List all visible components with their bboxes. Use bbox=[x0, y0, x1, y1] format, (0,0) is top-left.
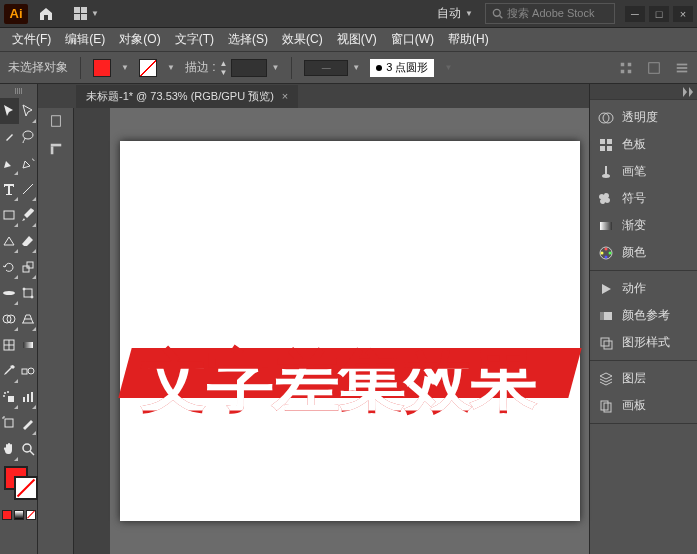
svg-rect-39 bbox=[51, 116, 60, 127]
blend-tool[interactable] bbox=[19, 358, 38, 384]
rotate-tool[interactable] bbox=[0, 254, 19, 280]
panel-brushes[interactable]: 画笔 bbox=[590, 158, 697, 185]
panel-gradient[interactable]: 渐变 bbox=[590, 212, 697, 239]
svg-rect-45 bbox=[607, 139, 612, 144]
panel-layers[interactable]: 图层 bbox=[590, 365, 697, 392]
slice-tool[interactable] bbox=[19, 410, 38, 436]
panel-color[interactable]: 颜色 bbox=[590, 239, 697, 266]
line-tool[interactable] bbox=[19, 176, 38, 202]
panel-actions[interactable]: 动作 bbox=[590, 275, 697, 302]
svg-rect-3 bbox=[628, 62, 632, 66]
svg-rect-40 bbox=[50, 144, 61, 147]
panel-collapse-button[interactable] bbox=[590, 84, 697, 100]
svg-rect-31 bbox=[23, 397, 25, 402]
menu-file[interactable]: 文件(F) bbox=[6, 28, 57, 51]
chevron-down-icon[interactable]: ▼ bbox=[121, 63, 129, 72]
graph-tool[interactable] bbox=[19, 384, 38, 410]
svg-point-0 bbox=[493, 9, 500, 16]
panel-symbols[interactable]: 符号 bbox=[590, 185, 697, 212]
svg-rect-16 bbox=[24, 289, 32, 297]
menu-icon[interactable] bbox=[675, 61, 689, 75]
svg-point-10 bbox=[23, 131, 33, 139]
selection-tool[interactable] bbox=[0, 98, 19, 124]
svg-point-18 bbox=[31, 296, 33, 298]
svg-rect-34 bbox=[5, 419, 13, 427]
doc-rulers-icon[interactable] bbox=[49, 142, 63, 156]
workspace-selector[interactable]: ▼ bbox=[68, 5, 105, 22]
panel-swatches[interactable]: 色板 bbox=[590, 131, 697, 158]
scale-tool[interactable] bbox=[19, 254, 38, 280]
search-input[interactable]: 搜索 Adobe Stock bbox=[485, 3, 615, 24]
menu-object[interactable]: 对象(O) bbox=[113, 28, 166, 51]
hand-tool[interactable] bbox=[0, 436, 19, 462]
eraser-tool[interactable] bbox=[19, 228, 38, 254]
menu-select[interactable]: 选择(S) bbox=[222, 28, 274, 51]
menu-effect[interactable]: 效果(C) bbox=[276, 28, 329, 51]
artboard[interactable]: 文字差集效果 文字差集效果 bbox=[120, 141, 580, 521]
fill-stroke-control[interactable] bbox=[0, 462, 37, 508]
rectangle-tool[interactable] bbox=[0, 202, 19, 228]
svg-rect-9 bbox=[677, 70, 688, 72]
free-transform-tool[interactable] bbox=[19, 280, 38, 306]
canvas[interactable]: 文字差集效果 文字差集效果 bbox=[110, 108, 589, 554]
menu-view[interactable]: 视图(V) bbox=[331, 28, 383, 51]
gradient-tool[interactable] bbox=[19, 332, 38, 358]
stroke-weight[interactable]: 描边 : ▲▼ ▼ bbox=[185, 59, 280, 77]
svg-rect-6 bbox=[649, 62, 660, 73]
svg-rect-27 bbox=[8, 396, 14, 402]
svg-point-51 bbox=[609, 251, 612, 254]
curvature-tool[interactable] bbox=[19, 150, 38, 176]
svg-point-17 bbox=[23, 288, 25, 290]
menu-type[interactable]: 文字(T) bbox=[169, 28, 220, 51]
svg-rect-48 bbox=[600, 222, 612, 230]
document-area: 未标题-1* @ 73.53% (RGB/GPU 预览) × 文字差集效果 文字… bbox=[38, 84, 589, 554]
width-tool[interactable] bbox=[0, 280, 19, 306]
panel-graphic-styles[interactable]: 图形样式 bbox=[590, 329, 697, 356]
minimize-button[interactable]: ─ bbox=[625, 6, 645, 22]
menu-edit[interactable]: 编辑(E) bbox=[59, 28, 111, 51]
home-icon[interactable] bbox=[34, 4, 58, 24]
menu-window[interactable]: 窗口(W) bbox=[385, 28, 440, 51]
transform-icon[interactable] bbox=[647, 61, 661, 75]
perspective-tool[interactable] bbox=[19, 306, 38, 332]
close-button[interactable]: × bbox=[673, 6, 693, 22]
svg-rect-12 bbox=[4, 211, 14, 219]
fill-color-swatch[interactable] bbox=[93, 59, 111, 77]
panel-transparency[interactable]: 透明度 bbox=[590, 104, 697, 131]
svg-rect-33 bbox=[31, 392, 33, 402]
pen-tool[interactable] bbox=[0, 150, 19, 176]
artboard-tool[interactable] bbox=[0, 410, 19, 436]
brush-profile[interactable]: — ▼ bbox=[304, 60, 360, 76]
shaper-tool[interactable] bbox=[0, 228, 19, 254]
symbol-sprayer-tool[interactable] bbox=[0, 384, 19, 410]
chevron-down-icon[interactable]: ▼ bbox=[444, 63, 452, 72]
document-tab[interactable]: 未标题-1* @ 73.53% (RGB/GPU 预览) × bbox=[76, 85, 298, 108]
close-icon[interactable]: × bbox=[282, 90, 288, 102]
svg-rect-44 bbox=[600, 139, 605, 144]
menu-bar: 文件(F) 编辑(E) 对象(O) 文字(T) 选择(S) 效果(C) 视图(V… bbox=[0, 28, 697, 52]
paintbrush-tool[interactable] bbox=[19, 202, 38, 228]
panel-color-guide[interactable]: 颜色参考 bbox=[590, 302, 697, 329]
menu-help[interactable]: 帮助(H) bbox=[442, 28, 495, 51]
color-mode-selector[interactable] bbox=[0, 508, 40, 522]
width-profile[interactable]: 3 点圆形 bbox=[370, 59, 434, 77]
tools-panel bbox=[0, 84, 38, 554]
type-tool[interactable] bbox=[0, 176, 19, 202]
stroke-color-swatch[interactable] bbox=[139, 59, 157, 77]
svg-rect-24 bbox=[23, 342, 33, 348]
doc-size-icon[interactable] bbox=[49, 114, 63, 128]
shape-builder-tool[interactable] bbox=[0, 306, 19, 332]
align-icon[interactable] bbox=[619, 61, 633, 75]
panel-artboards[interactable]: 画板 bbox=[590, 392, 697, 419]
direct-selection-tool[interactable] bbox=[19, 98, 38, 124]
chevron-down-icon: ▼ bbox=[465, 9, 473, 18]
eyedropper-tool[interactable] bbox=[0, 358, 19, 384]
zoom-tool[interactable] bbox=[19, 436, 38, 462]
maximize-button[interactable]: □ bbox=[649, 6, 669, 22]
auto-dropdown[interactable]: 自动 ▼ bbox=[437, 5, 473, 22]
lasso-tool[interactable] bbox=[19, 124, 38, 150]
chevron-down-icon[interactable]: ▼ bbox=[167, 63, 175, 72]
svg-rect-8 bbox=[677, 67, 688, 69]
mesh-tool[interactable] bbox=[0, 332, 19, 358]
magic-wand-tool[interactable] bbox=[0, 124, 19, 150]
